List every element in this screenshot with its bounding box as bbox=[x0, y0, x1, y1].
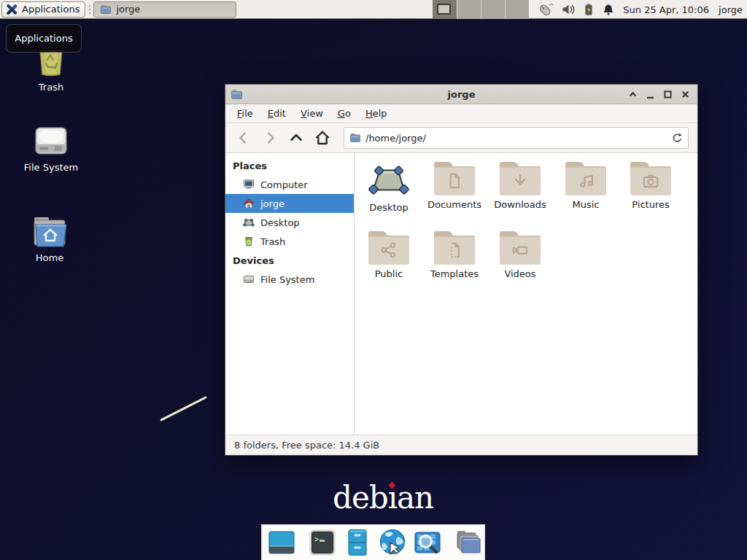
window-folder-icon bbox=[231, 88, 243, 101]
app-finder-icon[interactable] bbox=[413, 528, 442, 557]
panel-clock[interactable]: Sun 25 Apr, 10:06 bbox=[623, 4, 709, 15]
window-content: Places Computer bbox=[225, 153, 697, 435]
home-icon bbox=[243, 198, 255, 209]
show-desktop-icon[interactable] bbox=[267, 528, 296, 557]
reload-icon[interactable] bbox=[671, 132, 684, 144]
file-cabinet-icon[interactable] bbox=[343, 528, 372, 557]
applications-menu-button[interactable]: Applications bbox=[1, 1, 85, 18]
folder-documents-icon bbox=[434, 162, 475, 195]
mouse-tray-icon[interactable] bbox=[538, 2, 554, 17]
file-item-downloads[interactable]: Downloads bbox=[487, 162, 553, 229]
workspace-window-preview bbox=[437, 4, 451, 15]
sidebar-item-computer[interactable]: Computer bbox=[225, 175, 354, 194]
sidebar-item-label: Computer bbox=[260, 179, 308, 190]
computer-icon bbox=[243, 179, 255, 190]
path-text[interactable]: /home/jorge/ bbox=[365, 133, 667, 144]
panel-drag-handle[interactable] bbox=[87, 3, 92, 16]
file-item-desktop[interactable]: Desktop bbox=[356, 162, 422, 229]
hard-drive-icon bbox=[11, 124, 91, 158]
sidebar-header-places: Places bbox=[225, 156, 354, 175]
file-item-public[interactable]: Public bbox=[356, 231, 422, 298]
stray-line-artifact bbox=[160, 396, 207, 421]
menu-view[interactable]: View bbox=[293, 106, 330, 121]
file-label: Public bbox=[356, 268, 422, 279]
sidebar-item-file-system[interactable]: File System bbox=[225, 270, 354, 289]
top-panel: Applications jorge bbox=[0, 0, 747, 19]
forward-button[interactable] bbox=[259, 127, 281, 149]
file-manager-window: jorge File Edit View Go Help bbox=[225, 84, 698, 456]
home-button[interactable] bbox=[311, 127, 333, 149]
task-folder-icon bbox=[100, 4, 112, 15]
desktop-special-icon bbox=[356, 162, 422, 198]
file-item-templates[interactable]: Templates bbox=[422, 231, 487, 298]
file-label: Music bbox=[553, 199, 619, 210]
tooltip-text: Applications bbox=[15, 33, 72, 44]
toolbar: /home/jorge/ bbox=[225, 123, 697, 153]
close-button[interactable] bbox=[679, 88, 692, 101]
workspace-2[interactable] bbox=[457, 0, 481, 19]
up-button[interactable] bbox=[285, 127, 307, 149]
panel-username[interactable]: jorge bbox=[719, 4, 743, 15]
applications-tooltip: Applications bbox=[6, 24, 82, 52]
file-item-videos[interactable]: Videos bbox=[487, 231, 553, 298]
sidebar-item-jorge[interactable]: jorge bbox=[225, 194, 354, 213]
desktop-icon-file-system[interactable]: File System bbox=[11, 124, 91, 173]
file-label: Pictures bbox=[618, 199, 684, 210]
sidebar-item-label: jorge bbox=[260, 198, 285, 209]
notification-bell-icon[interactable] bbox=[603, 4, 614, 16]
trash-mini-icon bbox=[243, 236, 255, 247]
window-controls bbox=[627, 88, 697, 101]
terminal-icon[interactable]: > bbox=[308, 528, 337, 557]
taskbar-window-button[interactable]: jorge bbox=[93, 1, 236, 18]
menubar: File Edit View Go Help bbox=[225, 104, 697, 123]
drive-mini-icon bbox=[243, 273, 255, 285]
file-label: Videos bbox=[487, 268, 553, 279]
sidebar-item-label: Trash bbox=[260, 236, 285, 247]
web-browser-icon[interactable] bbox=[378, 528, 407, 557]
workspace-switcher bbox=[433, 0, 529, 19]
panel-right-cluster: Sun 25 Apr, 10:06 jorge bbox=[433, 0, 747, 19]
file-manager-icon[interactable] bbox=[454, 528, 483, 557]
minimize-button[interactable] bbox=[644, 88, 657, 101]
path-entry[interactable]: /home/jorge/ bbox=[344, 127, 689, 149]
file-label: Templates bbox=[422, 268, 487, 279]
menu-help[interactable]: Help bbox=[358, 106, 395, 121]
statusbar: 8 folders, Free space: 14.4 GiB bbox=[225, 435, 697, 455]
file-label: Documents bbox=[422, 199, 487, 210]
workspace-1[interactable] bbox=[433, 0, 457, 19]
applications-menu-icon bbox=[5, 3, 18, 16]
desktop-icon-label: Trash bbox=[11, 82, 91, 93]
desktop-icon-label: File System bbox=[11, 162, 91, 173]
workspace-4[interactable] bbox=[505, 0, 529, 19]
file-item-pictures[interactable]: Pictures bbox=[618, 162, 684, 229]
menu-edit[interactable]: Edit bbox=[260, 106, 293, 121]
workspace-3[interactable] bbox=[481, 0, 505, 19]
file-grid: Desktop Documents Download bbox=[355, 153, 697, 435]
window-titlebar[interactable]: jorge bbox=[225, 85, 697, 104]
home-folder-icon bbox=[9, 216, 90, 248]
sidebar-header-devices: Devices bbox=[225, 251, 354, 270]
menu-go[interactable]: Go bbox=[330, 106, 358, 121]
folder-templates-icon bbox=[434, 231, 475, 265]
desktop-icon-home[interactable]: Home bbox=[9, 216, 90, 263]
sidebar: Places Computer bbox=[225, 153, 355, 435]
folder-public-icon bbox=[368, 231, 409, 265]
folder-pictures-icon bbox=[630, 162, 671, 195]
svg-text:>: > bbox=[314, 535, 319, 543]
shade-button[interactable] bbox=[627, 88, 639, 101]
sidebar-item-label: File System bbox=[260, 274, 314, 285]
folder-music-icon bbox=[565, 162, 606, 195]
sidebar-item-desktop[interactable]: Desktop bbox=[225, 213, 354, 232]
folder-videos-icon bbox=[500, 231, 541, 265]
volume-icon[interactable] bbox=[562, 4, 575, 15]
file-item-music[interactable]: Music bbox=[553, 162, 619, 229]
desktop-icon-label: Home bbox=[9, 252, 90, 263]
menu-file[interactable]: File bbox=[230, 106, 260, 121]
sidebar-item-trash[interactable]: Trash bbox=[225, 232, 354, 251]
back-button[interactable] bbox=[233, 127, 255, 149]
file-item-documents[interactable]: Documents bbox=[422, 162, 487, 229]
maximize-button[interactable] bbox=[662, 88, 674, 101]
statusbar-text: 8 folders, Free space: 14.4 GiB bbox=[234, 440, 379, 451]
file-label: Desktop bbox=[356, 202, 422, 213]
battery-icon[interactable] bbox=[583, 3, 595, 16]
